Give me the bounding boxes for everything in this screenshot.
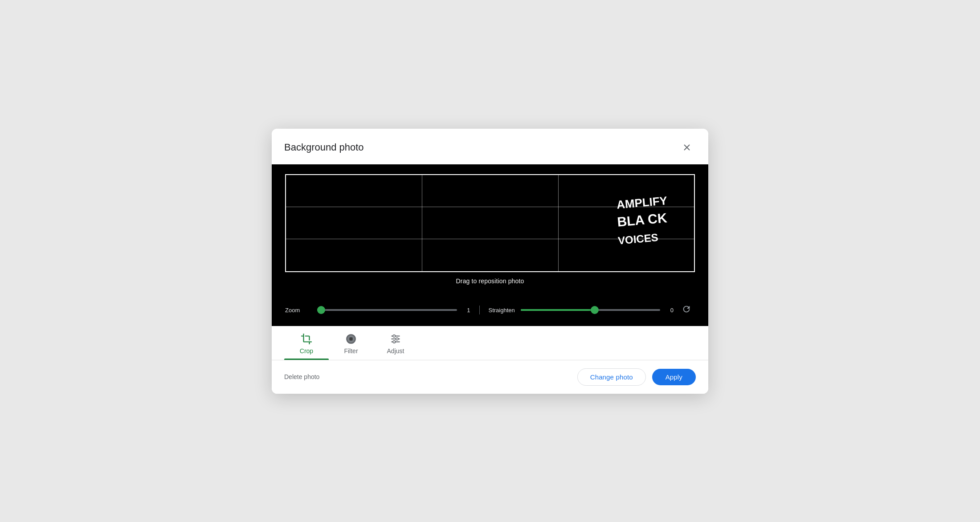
- zoom-thumb[interactable]: [317, 306, 325, 314]
- zoom-value: 1: [462, 307, 470, 314]
- amplify-logo: AMPLIFY BLA CK VOICES: [614, 192, 681, 254]
- svg-point-10: [393, 334, 395, 337]
- crop-canvas[interactable]: AMPLIFY BLA CK VOICES: [285, 174, 695, 272]
- controls-area: Zoom 1 Straighten 0: [272, 302, 708, 326]
- reset-button[interactable]: [678, 302, 695, 318]
- footer-right: Change photo Apply: [577, 368, 696, 386]
- filter-icon: [345, 333, 357, 345]
- zoom-slider[interactable]: [317, 309, 457, 311]
- dialog-title: Background photo: [284, 142, 364, 153]
- drag-hint: Drag to reposition photo: [456, 277, 524, 285]
- tab-crop-indicator: [284, 359, 329, 360]
- slider-row: Zoom 1 Straighten 0: [285, 302, 695, 318]
- apply-button[interactable]: Apply: [652, 369, 696, 385]
- svg-point-6: [350, 337, 353, 340]
- svg-text:AMPLIFY: AMPLIFY: [616, 193, 668, 211]
- tab-adjust-label: Adjust: [387, 347, 404, 360]
- adjust-icon: [390, 333, 401, 345]
- straighten-fill: [521, 309, 595, 311]
- tabs-area: Crop Filter Adjust: [272, 326, 708, 360]
- close-icon: [682, 143, 692, 152]
- straighten-label: Straighten: [489, 307, 515, 314]
- straighten-group: Straighten 0: [489, 307, 674, 314]
- tab-crop[interactable]: Crop: [284, 326, 329, 360]
- tab-adjust[interactable]: Adjust: [373, 326, 418, 360]
- zoom-label: Zoom: [285, 307, 312, 314]
- crop-icon: [301, 333, 312, 345]
- slider-divider: [479, 306, 480, 314]
- delete-photo-link[interactable]: Delete photo: [284, 370, 319, 384]
- straighten-thumb[interactable]: [591, 306, 599, 314]
- close-button[interactable]: [678, 139, 696, 156]
- footer: Delete photo Change photo Apply: [272, 360, 708, 394]
- svg-point-11: [396, 338, 398, 340]
- tab-filter[interactable]: Filter: [329, 326, 373, 360]
- photo-area: AMPLIFY BLA CK VOICES Drag to reposition…: [272, 164, 708, 302]
- svg-text:BLA CK: BLA CK: [617, 210, 668, 229]
- change-photo-button[interactable]: Change photo: [577, 368, 646, 386]
- background-photo-dialog: Background photo AMPLIFY BLA CK: [272, 129, 708, 394]
- svg-point-12: [393, 340, 395, 343]
- dialog-header: Background photo: [272, 129, 708, 164]
- straighten-value: 0: [666, 307, 674, 314]
- tab-crop-label: Crop: [300, 347, 313, 360]
- svg-text:VOICES: VOICES: [617, 231, 659, 247]
- reset-icon: [682, 304, 691, 314]
- tab-filter-label: Filter: [344, 347, 358, 360]
- straighten-slider[interactable]: [521, 309, 661, 311]
- zoom-group: Zoom 1: [285, 307, 470, 314]
